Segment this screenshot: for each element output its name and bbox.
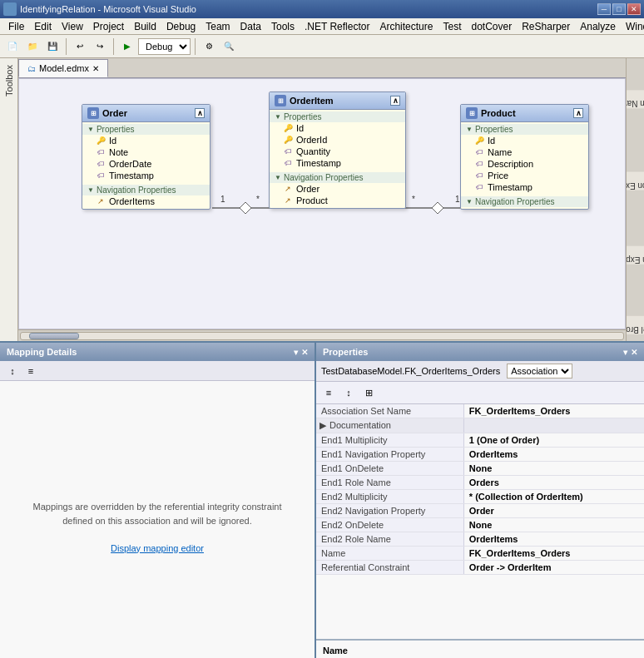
menu-analyze[interactable]: Analyze bbox=[575, 19, 621, 34]
orderitem-field-product: ↗ Product bbox=[270, 195, 405, 206]
tab-bar: 🗂 Model.edmx ✕ bbox=[18, 58, 626, 78]
order-props-toggle[interactable]: ▼ bbox=[87, 126, 94, 133]
toolbar-extra1[interactable]: ⚙ bbox=[200, 37, 218, 56]
props-prop-btn[interactable]: ⊞ bbox=[359, 383, 378, 402]
key-icon-p: 🔑 bbox=[474, 136, 484, 146]
menu-tools[interactable]: Tools bbox=[266, 19, 300, 34]
menu-project[interactable]: Project bbox=[88, 19, 129, 34]
orderitem-nav-toggle[interactable]: ▼ bbox=[275, 174, 281, 181]
product-field-price: 🏷 Price bbox=[461, 170, 588, 181]
menu-window[interactable]: Window bbox=[621, 19, 644, 34]
menu-architecture[interactable]: Architecture bbox=[374, 19, 438, 34]
toolbar-sep1 bbox=[66, 38, 67, 55]
window-title: IdentifyingRelation - Microsoft Visual S… bbox=[20, 4, 597, 14]
orderitem-field-id: 🔑 Id bbox=[270, 122, 405, 134]
design-canvas[interactable]: 1 * * 1 ⊞ Order ∧ bbox=[18, 78, 626, 329]
order-field-timestamp: 🏷 Timestamp bbox=[82, 170, 210, 181]
toolbar-new[interactable]: 📄 bbox=[3, 37, 22, 56]
properties-panel: Properties ▾ ✕ TestDatabaseModel.FK_Orde… bbox=[316, 343, 644, 658]
toolbox-panel: Toolbox bbox=[0, 58, 18, 341]
entity-product-header: ⊞ Product ∧ bbox=[461, 105, 588, 122]
entity-product-expand[interactable]: ∧ bbox=[573, 108, 583, 118]
prop-icon-pts: 🏷 bbox=[474, 182, 484, 192]
minimize-button[interactable]: ─ bbox=[597, 3, 611, 15]
tab-close-icon[interactable]: ✕ bbox=[92, 64, 99, 73]
svg-marker-6 bbox=[240, 202, 251, 214]
prop-icon-3: 🏷 bbox=[96, 171, 106, 181]
mapping-pin-icon[interactable]: ▾ bbox=[294, 348, 298, 357]
assoc-type-dropdown[interactable]: Association bbox=[507, 364, 572, 378]
props-name-section: Name The name of the association. bbox=[316, 639, 644, 658]
display-mapping-editor-link[interactable]: Display mapping editor bbox=[111, 543, 204, 553]
product-props-toggle[interactable]: ▼ bbox=[466, 126, 473, 133]
menu-data[interactable]: Data bbox=[235, 19, 266, 34]
key-icon: 🔑 bbox=[96, 136, 106, 146]
props-close-icon[interactable]: ✕ bbox=[631, 348, 637, 357]
menu-file[interactable]: File bbox=[3, 19, 29, 34]
assoc-name: TestDatabaseModel.FK_OrderItems_Orders bbox=[321, 366, 500, 376]
menu-build[interactable]: Build bbox=[129, 19, 161, 34]
entity-order-header: ⊞ Order ∧ bbox=[82, 105, 210, 122]
toolbar-save[interactable]: 💾 bbox=[43, 37, 62, 56]
entity-orderitem-expand[interactable]: ∧ bbox=[390, 96, 400, 106]
prop-row-4: End1 OnDeleteNone bbox=[316, 462, 644, 476]
props-table: Association Set NameFK_OrderItems_Orders… bbox=[316, 404, 644, 639]
close-button[interactable]: ✕ bbox=[627, 3, 641, 15]
tab-model[interactable]: 🗂 Model.edmx ✕ bbox=[18, 59, 108, 77]
mapping-view-btn[interactable]: ≡ bbox=[22, 362, 40, 380]
toolbar-extra2[interactable]: 🔍 bbox=[220, 37, 238, 56]
expand-arrow-1[interactable]: ▶ bbox=[320, 420, 326, 430]
side-tab-solution-nav[interactable]: Solution Navigator bbox=[626, 90, 644, 108]
entity-orderitem-header: ⊞ OrderItem ∧ bbox=[270, 92, 405, 110]
window-controls: ─ □ ✕ bbox=[597, 3, 641, 15]
prop-icon: 🏷 bbox=[96, 147, 106, 157]
toolbar-undo[interactable]: ↩ bbox=[71, 37, 89, 56]
toolbar-redo[interactable]: ↪ bbox=[91, 37, 109, 56]
mapping-sort-btn[interactable]: ↕ bbox=[3, 362, 22, 380]
toolbar-sep3 bbox=[195, 38, 196, 55]
entity-order: ⊞ Order ∧ ▼ Properties 🔑 Id 🏷 bbox=[82, 104, 211, 210]
order-field-note: 🏷 Note bbox=[82, 146, 210, 158]
menu-debug[interactable]: Debug bbox=[161, 19, 201, 34]
mapping-close-icon[interactable]: ✕ bbox=[301, 348, 308, 357]
entity-product-name: Product bbox=[481, 108, 516, 118]
menu-reflector[interactable]: .NET Reflector bbox=[300, 19, 374, 34]
orderitem-props-toggle[interactable]: ▼ bbox=[275, 113, 281, 121]
props-sort-cat-btn[interactable]: ≡ bbox=[320, 383, 338, 402]
entity-orderitem-props-section: ▼ Properties 🔑 Id 🔑 OrderId 🏷 Quantity bbox=[270, 110, 405, 171]
title-bar: IdentifyingRelation - Microsoft Visual S… bbox=[0, 0, 644, 18]
toolbar-open[interactable]: 📁 bbox=[23, 37, 42, 56]
entity-order-expand[interactable]: ∧ bbox=[195, 108, 205, 118]
product-field-timestamp: 🏷 Timestamp bbox=[461, 181, 588, 193]
props-sort-alpha-btn[interactable]: ↕ bbox=[339, 383, 358, 402]
prop-row-0: Association Set NameFK_OrderItems_Orders bbox=[316, 404, 644, 418]
right-side-tabs: Solution Navigator Solution Explorer Tea… bbox=[626, 58, 644, 341]
key-icon-oid: 🔑 bbox=[283, 135, 293, 145]
svg-marker-7 bbox=[432, 202, 443, 214]
toolbar-sep2 bbox=[113, 38, 114, 55]
product-nav-toggle[interactable]: ▼ bbox=[466, 198, 473, 205]
props-pin-icon[interactable]: ▾ bbox=[623, 348, 627, 357]
entity-order-nav-section: ▼ Navigation Properties ↗ OrderItems bbox=[82, 183, 210, 209]
toolbar-run[interactable]: ▶ bbox=[118, 37, 136, 56]
main-area: Toolbox 🗂 Model.edmx ✕ 1 * * 1 bbox=[0, 58, 644, 341]
menu-dotcover[interactable]: dotCover bbox=[466, 19, 517, 34]
entity-product-props-section: ▼ Properties 🔑 Id 🏷 Name 🏷 Description bbox=[461, 122, 588, 195]
h-scroll-thumb[interactable] bbox=[29, 333, 79, 339]
entity-product: ⊞ Product ∧ ▼ Properties 🔑 Id 🏷 bbox=[460, 104, 589, 210]
entity-order-name: Order bbox=[102, 108, 127, 118]
maximize-button[interactable]: □ bbox=[612, 3, 626, 15]
h-scrollbar[interactable] bbox=[18, 329, 626, 341]
side-tab-solution-exp[interactable]: Solution Explorer bbox=[626, 171, 644, 190]
menu-resharper[interactable]: ReSharper bbox=[517, 19, 575, 34]
menu-edit[interactable]: Edit bbox=[29, 19, 57, 34]
debug-config-dropdown[interactable]: Debug bbox=[138, 38, 191, 55]
mapping-details-panel: Mapping Details ▾ ✕ ↕ ≡ Mappings are ove… bbox=[0, 343, 316, 658]
order-nav-toggle[interactable]: ▼ bbox=[87, 186, 94, 194]
side-tab-model-browser[interactable]: Model Browser bbox=[626, 316, 644, 334]
menu-view[interactable]: View bbox=[57, 19, 88, 34]
menu-test[interactable]: Test bbox=[438, 19, 466, 34]
side-tab-team-exp[interactable]: Team Explorer bbox=[626, 246, 644, 265]
menu-team[interactable]: Team bbox=[201, 19, 235, 34]
props-name-title: Name bbox=[323, 646, 637, 656]
